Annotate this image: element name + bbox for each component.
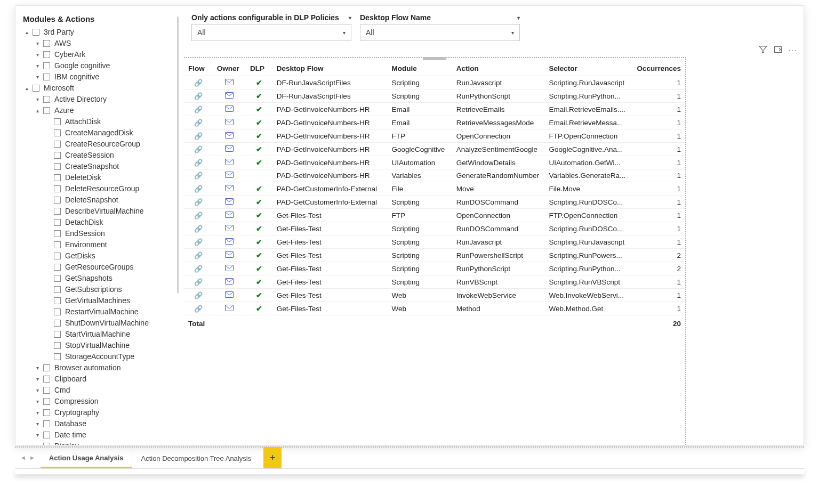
flow-link-icon[interactable]: 🔗 (194, 159, 203, 167)
tree-node[interactable]: ▾DeleteDisk (23, 172, 175, 183)
table-row[interactable]: 🔗✔PAD-GetInvoiceNumbers-HRUIAutomationGe… (184, 156, 685, 169)
more-options-icon[interactable]: ··· (789, 45, 797, 54)
chevron-down-icon[interactable]: ▾ (34, 429, 41, 441)
tree-node[interactable]: ▾GetResourceGroups (23, 262, 175, 273)
checkbox[interactable] (54, 129, 61, 136)
flow-link-icon[interactable]: 🔗 (194, 251, 203, 259)
owner-mail-icon[interactable] (225, 265, 234, 273)
tree-node[interactable]: ▴Microsoft (23, 83, 175, 94)
checkbox[interactable] (33, 85, 39, 92)
table-row[interactable]: 🔗✔Get-Files-TestFTPOpenConnectionFTP.Ope… (184, 209, 685, 222)
owner-mail-icon[interactable] (225, 198, 234, 206)
checkbox[interactable] (54, 174, 61, 181)
tree-node[interactable]: ▾ShutDownVirtualMachine (23, 318, 175, 329)
table-row[interactable]: 🔗✔Get-Files-TestScriptingRunPythonScript… (184, 262, 685, 275)
col-action[interactable]: Action (452, 61, 545, 76)
flow-link-icon[interactable]: 🔗 (194, 291, 203, 299)
checkbox[interactable] (54, 118, 61, 125)
tree-node[interactable]: ▾RestartVirtualMachine (23, 306, 175, 318)
owner-mail-icon[interactable] (225, 119, 234, 127)
tree-node[interactable]: ▾CreateSession (23, 150, 175, 161)
tree-node[interactable]: ▾CreateSnapshot (23, 161, 175, 172)
checkbox[interactable] (54, 152, 61, 159)
table-row[interactable]: 🔗✔PAD-GetCustomerInfo-ExternalScriptingR… (184, 196, 685, 209)
flow-link-icon[interactable]: 🔗 (194, 105, 203, 113)
owner-mail-icon[interactable] (225, 92, 234, 100)
tree-node[interactable]: ▾Database (23, 418, 175, 429)
chevron-down-icon[interactable]: ▾ (34, 373, 41, 385)
flow-link-icon[interactable]: 🔗 (194, 305, 203, 313)
resize-handle[interactable] (423, 57, 446, 60)
flow-link-icon[interactable]: 🔗 (194, 238, 203, 246)
flow-link-icon[interactable]: 🔗 (194, 265, 203, 273)
checkbox[interactable] (54, 331, 61, 338)
flow-link-icon[interactable]: 🔗 (194, 79, 203, 87)
checkbox[interactable] (54, 320, 61, 327)
tree-node[interactable]: ▾DeleteSnapshot (23, 194, 175, 206)
tree-node[interactable]: ▾GetDisks (23, 250, 175, 262)
tree-node[interactable]: ▴3rd Party (23, 27, 175, 38)
owner-mail-icon[interactable] (225, 79, 234, 87)
table-row[interactable]: 🔗✔Get-Files-TestWebInvokeWebServiceWeb.I… (184, 289, 685, 302)
owner-mail-icon[interactable] (225, 212, 234, 220)
checkbox[interactable] (54, 342, 61, 349)
col-owner[interactable]: Owner (213, 61, 246, 76)
modules-tree[interactable]: ▴3rd Party▾AWS▾CyberArk▾Google cognitive… (23, 27, 175, 445)
tree-node[interactable]: ▾StopVirtualMachine (23, 340, 175, 351)
tree-node[interactable]: ▾Browser automation (23, 362, 175, 373)
flow-link-icon[interactable]: 🔗 (194, 212, 203, 220)
checkbox[interactable] (43, 432, 50, 438)
tree-node[interactable]: ▾Cryptography (23, 407, 175, 418)
owner-mail-icon[interactable] (225, 225, 234, 233)
tree-node[interactable]: ▴Azure (23, 105, 175, 116)
table-row[interactable]: 🔗✔Get-Files-TestScriptingRunDOSCommandSc… (184, 222, 685, 235)
table-row[interactable]: 🔗✔PAD-GetInvoiceNumbers-HREmailRetrieveE… (184, 103, 685, 116)
owner-mail-icon[interactable] (225, 251, 234, 259)
tree-node[interactable]: ▾GetSubscriptions (23, 284, 175, 295)
chevron-down-icon[interactable]: ▾ (34, 396, 41, 407)
tree-node[interactable]: ▾GetSnapshots (23, 273, 175, 284)
tree-node[interactable]: ▾AttachDisk (23, 116, 175, 127)
col-selector[interactable]: Selector (545, 61, 632, 76)
table-row[interactable]: 🔗✔Get-Files-TestScriptingRunVBScriptScri… (184, 275, 685, 289)
sidebar-scrollbar[interactable] (177, 17, 179, 294)
owner-mail-icon[interactable] (225, 132, 234, 140)
tree-node[interactable]: ▾GetVirtualMachines (23, 295, 175, 306)
checkbox[interactable] (54, 308, 61, 315)
filter-flow-select[interactable]: All ▾ (360, 24, 520, 41)
owner-mail-icon[interactable] (225, 238, 234, 246)
checkbox[interactable] (54, 275, 61, 282)
chevron-up-icon[interactable]: ▴ (34, 105, 41, 116)
checkbox[interactable] (33, 29, 39, 36)
filter-dlp-select[interactable]: All ▾ (191, 24, 351, 41)
table-row[interactable]: 🔗✔PAD-GetInvoiceNumbers-HRFTPOpenConnect… (184, 129, 685, 143)
table-row[interactable]: 🔗✔Get-Files-TestScriptingRunPowershellSc… (184, 249, 685, 262)
chevron-down-icon[interactable]: ▾ (34, 418, 41, 429)
checkbox[interactable] (43, 51, 50, 58)
tree-node[interactable]: ▾CyberArk (23, 49, 175, 60)
flow-link-icon[interactable]: 🔗 (194, 92, 203, 100)
checkbox[interactable] (43, 107, 50, 114)
flow-link-icon[interactable]: 🔗 (194, 225, 203, 233)
tree-node[interactable]: ▾Compression (23, 396, 175, 407)
table-row[interactable]: 🔗✔DF-RunJavaScriptFilesScriptingRunPytho… (184, 90, 685, 103)
table-row[interactable]: 🔗✔DF-RunJavaScriptFilesScriptingRunJavas… (184, 76, 685, 90)
tree-node[interactable]: ▾StartVirtualMachine (23, 329, 175, 340)
owner-mail-icon[interactable] (225, 159, 234, 167)
tree-node[interactable]: ▾DescribeVirtualMachine (23, 206, 175, 217)
tree-node[interactable]: ▾Active Directory (23, 94, 175, 105)
flow-link-icon[interactable]: 🔗 (194, 119, 203, 127)
table-row[interactable]: 🔗PAD-GetInvoiceNumbers-HRVariablesGenera… (184, 169, 685, 182)
filter-flow[interactable]: Desktop Flow Name ▾ All ▾ (360, 13, 520, 41)
page-tab[interactable]: Action Usage Analysis (41, 447, 133, 468)
checkbox[interactable] (54, 219, 61, 226)
tree-node[interactable]: ▾EndSession (23, 228, 175, 239)
flow-link-icon[interactable]: 🔗 (194, 278, 203, 286)
owner-mail-icon[interactable] (225, 185, 234, 193)
tree-node[interactable]: ▾Date time (23, 429, 175, 441)
tree-node[interactable]: ▾IBM cognitive (23, 71, 175, 83)
chevron-down-icon[interactable]: ▾ (34, 71, 41, 83)
checkbox[interactable] (43, 420, 50, 427)
tree-node[interactable]: ▾Cmd (23, 385, 175, 396)
checkbox[interactable] (54, 230, 61, 237)
